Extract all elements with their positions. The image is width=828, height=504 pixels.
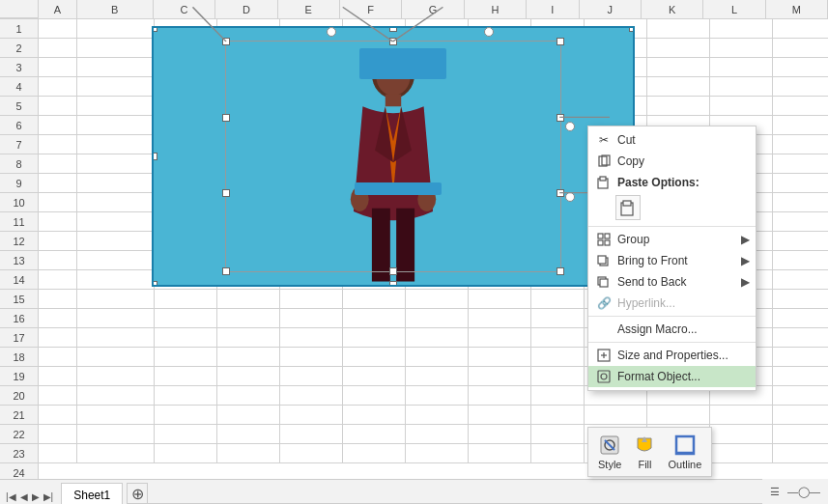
svg-rect-18: [598, 234, 603, 238]
sheet-nav-prev[interactable]: ◀: [18, 491, 30, 502]
format-icon: [596, 370, 612, 383]
status-menu-icon[interactable]: ☰: [770, 486, 780, 498]
status-bar: ☰ —◯—: [762, 479, 828, 504]
handle-ml[interactable]: [154, 153, 157, 160]
cell[interactable]: [710, 19, 773, 39]
inner-handle[interactable]: [222, 189, 230, 197]
paste-option-box[interactable]: [615, 195, 641, 220]
inner-handle[interactable]: [222, 267, 230, 275]
row-num-23[interactable]: 23: [0, 444, 39, 463]
row-num-12[interactable]: 12: [0, 232, 39, 251]
row-num-7[interactable]: 7: [0, 135, 39, 154]
menu-item-bring-front-label: Bring to Front: [617, 254, 688, 267]
handle-tr[interactable]: [629, 28, 633, 32]
menu-item-format-label: Format Object...: [617, 370, 700, 383]
col-header-b[interactable]: B: [77, 0, 154, 18]
menu-separator-1: [588, 226, 756, 227]
row-num-4[interactable]: 4: [0, 77, 39, 97]
inner-handle[interactable]: [557, 114, 564, 122]
style-button[interactable]: Style: [598, 434, 621, 470]
row-num-2[interactable]: 2: [0, 39, 39, 58]
outline-button[interactable]: Outline: [668, 434, 701, 470]
handle-tl[interactable]: [154, 28, 157, 32]
inner-handle[interactable]: [222, 114, 230, 122]
image-container[interactable]: [152, 26, 635, 287]
inner-handle[interactable]: [557, 189, 564, 197]
fill-button[interactable]: Fill: [633, 434, 656, 470]
menu-item-size-properties[interactable]: Size and Properties...: [588, 345, 756, 366]
col-header-g[interactable]: G: [402, 0, 464, 18]
menu-item-hyperlink[interactable]: 🔗 Hyperlink...: [588, 293, 756, 314]
row-num-8[interactable]: 8: [0, 154, 39, 174]
menu-item-size-label: Size and Properties...: [617, 349, 728, 362]
row-num-3[interactable]: 3: [0, 58, 39, 77]
inner-handle[interactable]: [389, 267, 397, 275]
inner-rotation-handle[interactable]: [484, 27, 494, 37]
handle-bc[interactable]: [389, 281, 397, 285]
svg-rect-23: [598, 256, 606, 264]
row-num-20[interactable]: 20: [0, 386, 39, 406]
row-num-15[interactable]: 15: [0, 290, 39, 309]
row-num-22[interactable]: 22: [0, 425, 39, 444]
sheet-tab-sheet1[interactable]: Sheet1: [61, 483, 123, 504]
row-num-11[interactable]: 11: [0, 212, 39, 232]
menu-item-bring-to-front[interactable]: Bring to Front ▶: [588, 250, 756, 271]
row-num-17[interactable]: 17: [0, 328, 39, 348]
inner-handle[interactable]: [389, 38, 397, 45]
menu-item-group[interactable]: Group ▶: [588, 229, 756, 250]
sheet-nav-next[interactable]: ▶: [30, 491, 42, 502]
sheet-nav-first[interactable]: |◀: [4, 491, 18, 502]
col-header-d[interactable]: D: [215, 0, 277, 18]
row-num-16[interactable]: 16: [0, 309, 39, 328]
row-num-9[interactable]: 9: [0, 174, 39, 193]
col-header-k[interactable]: K: [642, 0, 703, 18]
row-headers: 1 2 3 4 5 6 7 8 9 10 11 12 13 14 15 16 1…: [0, 19, 39, 483]
row-num-18[interactable]: 18: [0, 348, 39, 367]
menu-item-copy[interactable]: Copy: [588, 151, 756, 172]
svg-rect-25: [600, 279, 608, 287]
row-num-6[interactable]: 6: [0, 116, 39, 135]
col-header-h[interactable]: H: [465, 0, 527, 18]
paste-clipboard-icon: [619, 199, 637, 216]
arrow-icon: ▶: [741, 233, 750, 246]
col-header-e[interactable]: E: [278, 0, 340, 18]
svg-rect-19: [605, 234, 610, 238]
sheet-tab-label: Sheet1: [73, 489, 110, 502]
handle-tc[interactable]: [389, 28, 397, 32]
fill-icon: [633, 434, 656, 457]
col-header-f[interactable]: F: [340, 0, 402, 18]
inner-handle[interactable]: [557, 267, 564, 275]
menu-item-cut[interactable]: ✂ Cut: [588, 129, 756, 151]
status-zoom-icon[interactable]: —◯—: [787, 486, 820, 498]
inner-handle[interactable]: [557, 38, 564, 45]
menu-item-assign-macro[interactable]: Assign Macro...: [588, 319, 756, 340]
menu-separator-2: [588, 316, 756, 317]
cell[interactable]: [773, 19, 828, 39]
sheet-nav-last[interactable]: ▶|: [42, 491, 56, 502]
row-num-10[interactable]: 10: [0, 193, 39, 212]
col-header-m[interactable]: M: [766, 0, 828, 18]
corner-cell: [0, 0, 39, 18]
row-num-19[interactable]: 19: [0, 367, 39, 386]
inner-handle[interactable]: [222, 38, 230, 45]
menu-item-send-to-back[interactable]: Send to Back ▶: [588, 271, 756, 293]
col-header-l[interactable]: L: [703, 0, 765, 18]
svg-point-30: [601, 374, 607, 379]
col-header-i[interactable]: I: [527, 0, 579, 18]
row-num-5[interactable]: 5: [0, 97, 39, 116]
menu-item-format-object[interactable]: Format Object...: [588, 366, 756, 387]
row-num-14[interactable]: 14: [0, 270, 39, 290]
cell[interactable]: [39, 19, 77, 39]
col-header-j[interactable]: J: [580, 0, 642, 18]
add-sheet-button[interactable]: ⊕: [127, 483, 148, 504]
inner-rotation-handle[interactable]: [565, 122, 575, 131]
group-icon: [596, 233, 612, 246]
row-num-13[interactable]: 13: [0, 251, 39, 270]
col-header-c[interactable]: C: [154, 0, 215, 18]
row-num-21[interactable]: 21: [0, 406, 39, 425]
cell[interactable]: [647, 19, 710, 39]
cell[interactable]: [77, 19, 155, 39]
handle-bl[interactable]: [154, 281, 157, 285]
row-num-1[interactable]: 1: [0, 19, 39, 39]
col-header-a[interactable]: A: [39, 0, 77, 18]
